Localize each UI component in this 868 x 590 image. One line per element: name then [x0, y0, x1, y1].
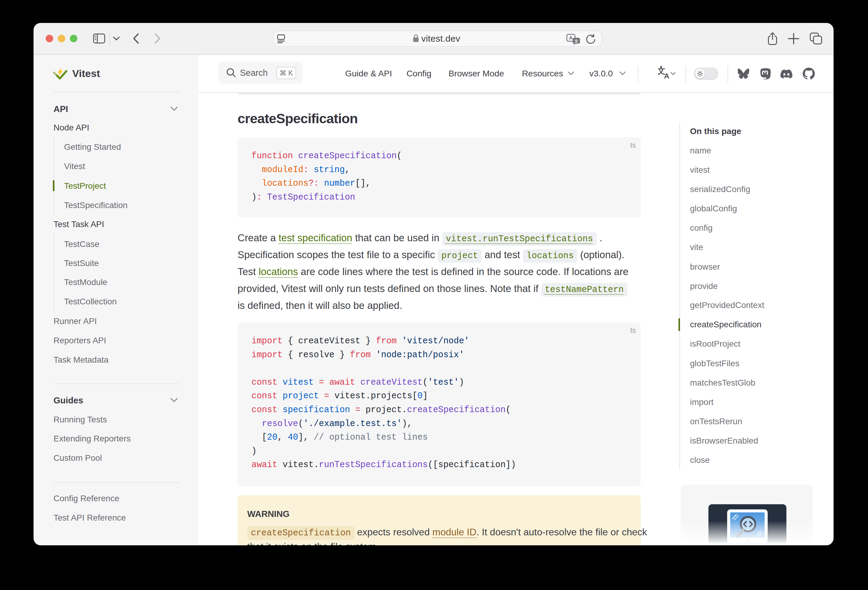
svg-text:A: A	[569, 35, 573, 41]
svg-text:文: 文	[574, 39, 579, 44]
svg-text:A: A	[664, 72, 669, 80]
